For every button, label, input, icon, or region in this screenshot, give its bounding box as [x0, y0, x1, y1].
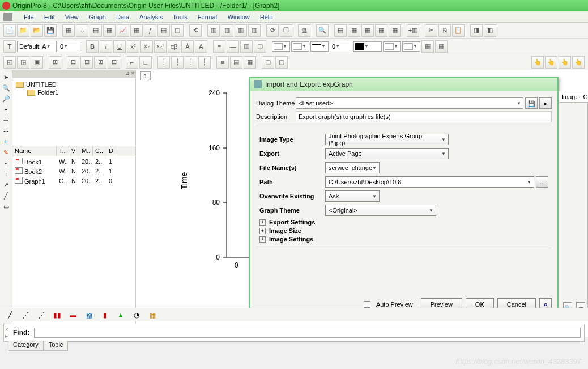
browse-button[interactable]: …	[536, 176, 548, 188]
prev-icon[interactable]: ◨	[470, 24, 483, 37]
sub-icon[interactable]: x₂	[140, 40, 153, 53]
italic-icon[interactable]: I	[100, 40, 112, 53]
linestyle[interactable]: ▼	[310, 41, 329, 52]
sp4-icon[interactable]: ┊	[198, 56, 211, 69]
node-image-size[interactable]: +Image Size	[259, 227, 548, 234]
mask3-icon[interactable]: 👆	[559, 56, 571, 69]
text-tool-icon[interactable]: T	[3, 40, 16, 53]
imgtype-select[interactable]: Joint Photographic Experts Group (*.jpg)…	[325, 134, 449, 145]
obj2-icon[interactable]: ▢	[275, 56, 288, 69]
theme-menu-icon[interactable]: ▸	[539, 97, 552, 109]
vbar-icon[interactable]: ▥	[240, 40, 253, 53]
fill-color[interactable]: ▼	[272, 41, 290, 52]
matrix-icon[interactable]: ▦	[130, 24, 143, 37]
misc2-icon[interactable]: ▦	[435, 40, 448, 53]
tree-root[interactable]: UNTITLED	[16, 80, 132, 88]
codebuilder-icon[interactable]: ▤	[334, 24, 347, 37]
col1-icon[interactable]: ▥	[207, 24, 220, 37]
line-icon[interactable]: —	[227, 40, 239, 53]
extract-icon[interactable]: ⊞	[49, 56, 61, 69]
merge1-icon[interactable]: ⊟	[67, 56, 79, 69]
linewidth[interactable]: 0▼	[330, 41, 352, 52]
layout-icon[interactable]: ▢	[171, 24, 184, 37]
col2-icon[interactable]: ▥	[221, 24, 233, 37]
open-icon[interactable]: 📂	[31, 24, 43, 37]
expand-icon[interactable]: +	[259, 236, 266, 243]
template-icon[interactable]: ▦	[62, 24, 75, 37]
node-image-settings[interactable]: +Image Settings	[259, 236, 548, 243]
tab-category[interactable]: Category	[8, 341, 44, 351]
side-tab-image[interactable]: Image	[559, 91, 581, 103]
pattern-color[interactable]: ▼	[353, 41, 382, 52]
mdi-icon[interactable]	[3, 13, 12, 21]
list-item[interactable]: Graph1 G..N20..2..0	[12, 176, 135, 185]
gtheme-select[interactable]: <Original>▼	[325, 205, 436, 216]
menu-graph[interactable]: Graph	[84, 12, 110, 22]
recalc-icon[interactable]: ⟲	[189, 24, 202, 37]
dup-icon[interactable]: ❐	[280, 24, 292, 37]
menu-tools[interactable]: Tools	[168, 12, 192, 22]
obj1-icon[interactable]: ▢	[262, 56, 274, 69]
pie-icon[interactable]: ▮	[99, 310, 111, 320]
screen-icon[interactable]: ⊹	[2, 126, 11, 135]
al2-icon[interactable]: ▤	[230, 56, 242, 69]
scatter-icon[interactable]: ⋰	[19, 310, 32, 320]
pointer-icon[interactable]: ➤	[2, 73, 11, 82]
symbol-color[interactable]: ▼	[383, 41, 401, 52]
results-icon[interactable]: ▦	[375, 24, 387, 37]
smallA-icon[interactable]: A	[195, 40, 207, 53]
line-plot-icon[interactable]: ╱	[3, 310, 16, 320]
ax1-icon[interactable]: ⌐	[126, 56, 138, 69]
overwrite-select[interactable]: Ask▼	[325, 190, 380, 202]
pe-icon[interactable]: ▦	[348, 24, 360, 37]
graph-icon[interactable]: 📈	[117, 24, 129, 37]
mask4-icon[interactable]: 👆	[572, 56, 585, 69]
sp3-icon[interactable]: ┊	[185, 56, 197, 69]
layer-tab[interactable]: 1	[140, 71, 151, 80]
column-icon[interactable]: ▮▮	[51, 310, 63, 320]
underline-icon[interactable]: U	[113, 40, 126, 53]
side-tab-c[interactable]: C	[581, 91, 588, 103]
paste-icon[interactable]: 📋	[452, 24, 465, 37]
reader-icon[interactable]: ┼	[2, 116, 11, 125]
menu-help[interactable]: Help	[255, 12, 278, 22]
template-plot-icon[interactable]: ▦	[146, 310, 159, 320]
menu-view[interactable]: View	[61, 12, 83, 22]
menu-analysis[interactable]: Analysis	[135, 12, 167, 22]
menu-format[interactable]: Format	[193, 12, 222, 22]
find-input[interactable]	[34, 328, 581, 338]
layer3-icon[interactable]: ▣	[31, 56, 43, 69]
sp2-icon[interactable]: ┊	[171, 56, 184, 69]
list-item[interactable]: Book2 W..N20..2..1	[12, 166, 135, 176]
new-project-icon[interactable]: 📄	[3, 24, 16, 37]
merge2-icon[interactable]: ⊞	[80, 56, 93, 69]
menu-data[interactable]: Data	[112, 12, 134, 22]
sup-icon[interactable]: x²	[127, 40, 139, 53]
menu-edit[interactable]: Edit	[40, 12, 59, 22]
text-icon[interactable]: T	[2, 169, 11, 179]
font-select[interactable]: Default: A▼	[17, 41, 57, 52]
sp1-icon[interactable]: ┊	[157, 56, 170, 69]
ax2-icon[interactable]: ∟	[139, 56, 152, 69]
bg-color[interactable]: ▼	[402, 41, 420, 52]
notes-icon[interactable]: ▤	[157, 24, 170, 37]
refresh-icon[interactable]: ⟳	[266, 24, 279, 37]
menu-window[interactable]: Window	[223, 12, 254, 22]
expand-icon[interactable]: +	[259, 219, 266, 226]
mask2-icon[interactable]: 👆	[545, 56, 557, 69]
col3-icon[interactable]: ▥	[235, 24, 247, 37]
cat-icon[interactable]: ▦	[361, 24, 374, 37]
theme-select[interactable]: <Last used>▼	[296, 97, 523, 109]
wks-icon[interactable]: ▤	[90, 24, 102, 37]
folder-tree[interactable]: UNTITLED Folder1	[12, 78, 135, 146]
border-icon[interactable]: ▢	[254, 40, 266, 53]
bar-icon[interactable]: ▬	[67, 310, 79, 320]
copy-icon[interactable]: ⎘	[438, 24, 451, 37]
line-icon[interactable]: ╱	[2, 191, 11, 200]
merge3-icon[interactable]: ⊞	[94, 56, 106, 69]
new-folder-icon[interactable]: 📁	[17, 24, 29, 37]
autopreview-checkbox[interactable]	[364, 301, 370, 308]
bigA-icon[interactable]: Å	[181, 40, 194, 53]
bold-icon[interactable]: B	[86, 40, 99, 53]
merge4-icon[interactable]: ⊞	[108, 56, 120, 69]
